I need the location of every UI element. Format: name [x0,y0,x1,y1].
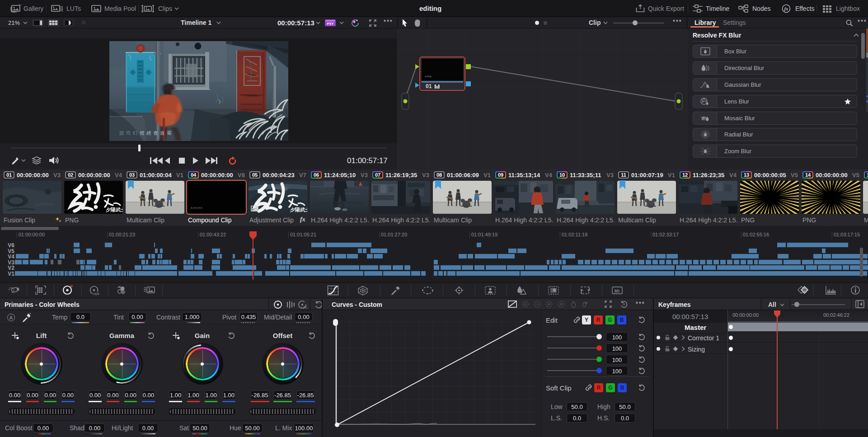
svg-text:st Nnd: st Nnd [425,75,432,78]
svg-text:LOG: LOG [301,306,307,309]
svg-text:夕陽武士: 夕陽武士 [105,207,123,212]
svg-text:fx: fx [784,6,788,11]
svg-text:HDR: HDR [93,292,99,296]
svg-text:A 1 # 4 d 5 9: A 1 # 4 d 5 9 [191,207,202,209]
svg-text:3D: 3D [614,288,619,293]
svg-text:PXY: PXY [327,22,333,26]
svg-text:01: 01 [426,83,432,89]
svg-text:夕陽武士: 夕陽武士 [290,207,307,212]
